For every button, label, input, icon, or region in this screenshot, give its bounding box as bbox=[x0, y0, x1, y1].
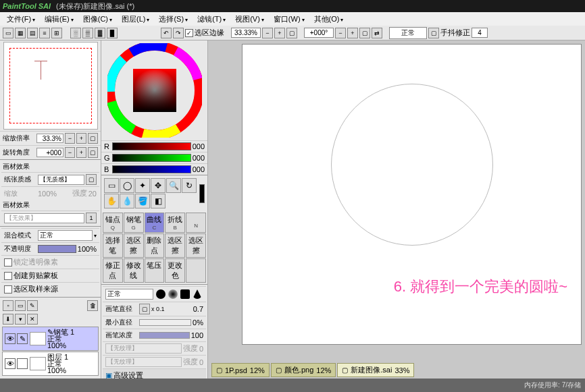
brush-mode[interactable]: 正常 bbox=[105, 289, 153, 300]
tool-eraser[interactable]: ◧ bbox=[151, 194, 166, 208]
pen-tool-fixp[interactable]: 修正点 bbox=[103, 258, 123, 283]
clear-button[interactable]: ✕ bbox=[27, 314, 38, 325]
tool-bucket[interactable]: 🪣 bbox=[135, 194, 150, 208]
visibility-icon[interactable]: 👁 bbox=[5, 358, 16, 369]
pen-tool-color[interactable]: 更改色 bbox=[165, 258, 185, 283]
new-pen-layer-button[interactable]: ✎ bbox=[27, 300, 38, 311]
menu-edit[interactable]: 编辑(E)▾ bbox=[41, 13, 78, 26]
tool-wand[interactable]: ✦ bbox=[135, 178, 150, 193]
pen-tool-delall[interactable]: 选区擦 bbox=[165, 233, 185, 258]
tool-lasso[interactable]: ◯ bbox=[120, 178, 134, 193]
flatten-button[interactable]: ▾ bbox=[15, 314, 26, 325]
paper-select[interactable]: 【无质感】 bbox=[38, 175, 84, 185]
tool-eyedrop[interactable]: 💧 bbox=[120, 194, 134, 208]
pen-tool-curve[interactable]: 曲线C bbox=[145, 213, 165, 233]
pen-tool-anchor[interactable]: 锚点Q bbox=[103, 213, 123, 233]
zoom-fit[interactable]: ▢ bbox=[88, 133, 98, 144]
stabilizer-value[interactable]: 4 bbox=[472, 28, 488, 38]
brush-tex-select[interactable]: 【无纹理】 bbox=[105, 357, 182, 367]
effect-select[interactable]: 【无效果】 bbox=[4, 213, 84, 223]
undo-button[interactable]: ↶ bbox=[161, 28, 172, 38]
density-slider[interactable] bbox=[139, 332, 190, 339]
rotate-cw-button[interactable]: + bbox=[347, 28, 358, 38]
zoom-inc[interactable]: + bbox=[76, 133, 86, 144]
new-folder-button[interactable]: ▭ bbox=[15, 300, 26, 311]
visibility-icon[interactable]: 👁 bbox=[5, 333, 16, 344]
g-slider[interactable] bbox=[112, 154, 191, 162]
menu-view[interactable]: 视图(V)▾ bbox=[231, 13, 268, 26]
pen-layer-icon[interactable]: ✎ bbox=[17, 333, 28, 344]
grid-2[interactable]: ▒ bbox=[82, 28, 93, 38]
brushsize-btn[interactable]: ▢ bbox=[139, 304, 150, 314]
pen-tool-fixl[interactable]: 修改线 bbox=[124, 258, 144, 283]
zoom-input[interactable] bbox=[36, 134, 63, 143]
pen-tool-selpen[interactable]: 选择笔 bbox=[103, 233, 123, 258]
pen-tool-selv[interactable]: 选区擦 bbox=[186, 233, 206, 258]
rot-reset[interactable]: ▢ bbox=[88, 147, 98, 158]
rot-inc[interactable]: + bbox=[76, 147, 86, 158]
opacity-slider[interactable] bbox=[38, 245, 76, 253]
blendmode-select[interactable]: 正常 bbox=[38, 230, 93, 241]
pen-tool-delpt[interactable]: 删除点 bbox=[145, 233, 165, 258]
color-swatch[interactable] bbox=[199, 184, 205, 203]
nav-tool-3[interactable]: ▤ bbox=[27, 28, 38, 38]
color-wheel[interactable] bbox=[107, 43, 202, 138]
layer-item-pen1[interactable]: 👁 ✎ ✎钢笔 1 正常 100% bbox=[2, 327, 99, 351]
brush-hard-icon[interactable] bbox=[156, 289, 166, 299]
pen-tool-5[interactable]: N bbox=[186, 213, 206, 233]
rot-dec[interactable]: − bbox=[65, 147, 75, 158]
nav-tool-4[interactable]: ≡ bbox=[39, 28, 50, 38]
clip-checkbox[interactable] bbox=[4, 272, 12, 280]
blendmode-display[interactable]: 正常 bbox=[389, 27, 427, 39]
pen-tool-pen[interactable]: 钢笔G bbox=[124, 213, 144, 233]
pen-tool-press[interactable]: 笔压 bbox=[145, 258, 165, 283]
brush-flat-icon[interactable] bbox=[180, 289, 190, 299]
menu-file[interactable]: 文件(F)▾ bbox=[3, 13, 39, 26]
lock-checkbox[interactable] bbox=[4, 258, 12, 267]
pen-tool-line[interactable]: 折线B bbox=[165, 213, 185, 233]
pen-tool-selerase[interactable]: 选区擦 bbox=[124, 233, 144, 258]
redo-button[interactable]: ↷ bbox=[173, 28, 184, 38]
canvas[interactable]: 6. 就得到一个完美的圆啦~ bbox=[242, 44, 582, 345]
layer-item-1[interactable]: 👁 图层 1 正常 100% bbox=[2, 352, 99, 376]
brush-soft-icon[interactable] bbox=[168, 289, 178, 299]
navigator-preview[interactable] bbox=[3, 42, 98, 130]
menu-layer[interactable]: 图层(L)▾ bbox=[118, 13, 153, 26]
zoom-dec[interactable]: − bbox=[65, 133, 75, 144]
grid-3[interactable]: ▓ bbox=[95, 28, 105, 38]
rotate-input[interactable] bbox=[36, 148, 63, 157]
tool-hand[interactable]: ✋ bbox=[104, 194, 119, 208]
menu-select[interactable]: 选择(S)▾ bbox=[155, 13, 192, 26]
zoom-fit-button[interactable]: ▢ bbox=[286, 28, 297, 38]
brush-shape-select[interactable]: 【无纹理】 bbox=[105, 343, 182, 354]
lock-layer-icon[interactable] bbox=[17, 358, 28, 369]
menu-other[interactable]: 其他(O)▾ bbox=[310, 13, 348, 26]
rotate-ccw-button[interactable]: − bbox=[335, 28, 346, 38]
nav-tool-2[interactable]: ▦ bbox=[15, 28, 26, 38]
angle-display[interactable]: +000° bbox=[304, 28, 334, 38]
brush-tri-icon[interactable] bbox=[193, 289, 202, 299]
tool-rect-select[interactable]: ▭ bbox=[104, 178, 119, 193]
grid-1[interactable]: ░ bbox=[70, 28, 81, 38]
r-slider[interactable] bbox=[112, 142, 191, 150]
paper-clear[interactable]: ▢ bbox=[86, 174, 97, 185]
tab-2[interactable]: ▢颜色.png12% bbox=[271, 363, 336, 377]
tab-3[interactable]: ▢新建图像.sai33% bbox=[337, 363, 414, 377]
menu-image[interactable]: 图像(C)▾ bbox=[79, 13, 116, 26]
tab-1[interactable]: ▢1P.psd12% bbox=[211, 363, 270, 377]
tool-rotate[interactable]: ↻ bbox=[182, 178, 197, 193]
zoom-in-button[interactable]: + bbox=[274, 28, 285, 38]
menu-window[interactable]: 窗口(W)▾ bbox=[270, 13, 309, 26]
zoom-out-button[interactable]: − bbox=[262, 28, 273, 38]
sample-checkbox[interactable] bbox=[4, 285, 12, 293]
grid-4[interactable]: █ bbox=[107, 28, 118, 38]
flip-button[interactable]: ⇄ bbox=[372, 28, 382, 38]
menu-filter[interactable]: 滤镜(T)▾ bbox=[193, 13, 230, 26]
tool-zoom[interactable]: 🔍 bbox=[166, 178, 181, 193]
minsize-slider[interactable] bbox=[139, 319, 191, 326]
zoom-display[interactable]: 33.33% bbox=[231, 28, 261, 38]
delete-layer-button[interactable]: 🗑 bbox=[87, 300, 98, 311]
selborder-checkbox[interactable]: ✓ bbox=[185, 29, 193, 37]
b-slider[interactable] bbox=[112, 165, 191, 173]
nav-tool-5[interactable]: ⊞ bbox=[51, 28, 62, 38]
